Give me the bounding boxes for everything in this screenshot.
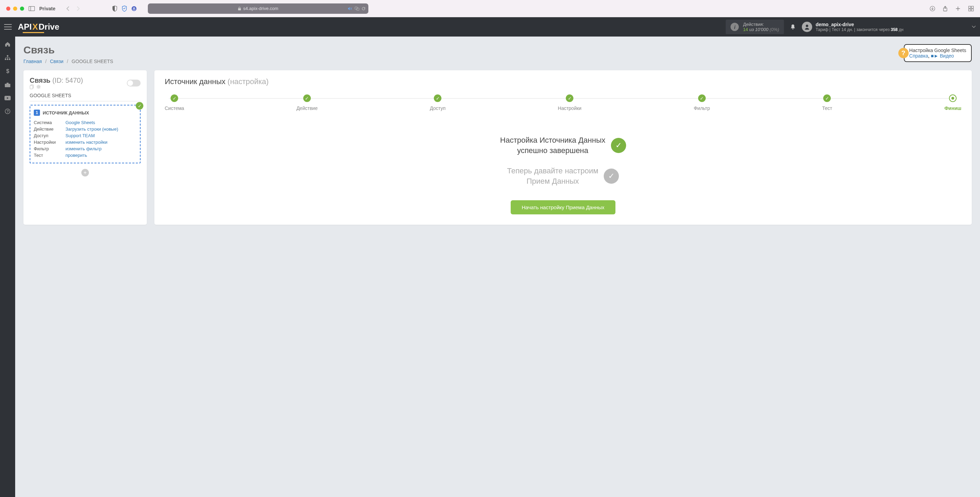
actions-used: 14 — [743, 27, 748, 32]
help-icon[interactable]: ? — [5, 108, 10, 114]
svg-rect-24 — [6, 83, 9, 84]
svg-text:$: $ — [6, 68, 9, 74]
step-filter[interactable]: ✓Фильтр — [694, 94, 710, 111]
mute-icon[interactable] — [348, 6, 353, 11]
badge-number: 1 — [34, 110, 40, 116]
svg-text:?: ? — [6, 109, 9, 113]
left-panel: Связь (ID: 5470) GOOGLE SHEETS ✓ 1 ИС — [24, 70, 147, 225]
chevron-down-icon[interactable] — [972, 25, 976, 28]
lock-icon — [238, 6, 241, 11]
copy-icon[interactable] — [30, 84, 34, 89]
maximize-window-icon[interactable] — [20, 6, 24, 11]
done-line1: Настройка Источника Данных — [500, 135, 605, 145]
svg-rect-13 — [971, 6, 974, 8]
row-val-test[interactable]: проверить — [65, 153, 87, 158]
svg-rect-23 — [5, 84, 10, 87]
actions-pct: (0%) — [768, 27, 779, 32]
step-action[interactable]: ✓Действие — [296, 94, 318, 111]
row-val-action[interactable]: Загрузить строки (новые) — [65, 126, 118, 132]
enable-toggle[interactable] — [127, 80, 141, 86]
tariff-text: Тариф | Тест 14 дн. | закончится через 3… — [816, 27, 904, 32]
private-label: Private — [39, 6, 56, 11]
bell-icon[interactable] — [790, 24, 795, 30]
breadcrumb-current: GOOGLE SHEETS — [72, 59, 113, 64]
logo-x-icon: X — [32, 22, 38, 32]
plus-icon[interactable] — [955, 6, 961, 11]
translate-icon[interactable] — [355, 6, 360, 11]
shield-half-icon[interactable] — [112, 5, 118, 12]
reload-icon[interactable] — [361, 6, 366, 11]
row-key: Система — [34, 120, 61, 125]
username: demo_apix-drive — [816, 22, 904, 27]
back-button[interactable] — [66, 6, 70, 11]
youtube-icon[interactable] — [5, 96, 11, 100]
row-key: Настройки — [34, 140, 61, 145]
step-system[interactable]: ✓Система — [165, 94, 184, 111]
actions-of: из — [748, 27, 755, 32]
video-icon: ■► — [931, 53, 938, 59]
check-circle-icon: ✓ — [611, 138, 626, 153]
row-val-settings[interactable]: изменить настройки — [65, 140, 108, 145]
briefcase-icon[interactable] — [5, 83, 11, 88]
share-icon[interactable] — [943, 6, 948, 11]
svg-rect-12 — [969, 6, 971, 8]
actions-counter[interactable]: i Действия: 14 из 10'000 (0%) — [726, 20, 784, 34]
info-icon: i — [730, 23, 739, 31]
browser-chrome: Private s4.apix-drive.com — [0, 0, 980, 17]
step-test[interactable]: ✓Тест — [822, 94, 832, 111]
shield-check-icon[interactable] — [122, 5, 127, 12]
row-val-filter[interactable]: изменить фильтр — [65, 146, 102, 151]
sidebar-toggle-icon[interactable] — [28, 5, 35, 12]
help-video-link[interactable]: Видео — [940, 53, 954, 59]
menu-button[interactable] — [4, 24, 12, 30]
svg-rect-14 — [969, 9, 971, 11]
minimize-window-icon[interactable] — [13, 6, 17, 11]
hand-icon[interactable] — [131, 5, 137, 12]
add-button[interactable]: + — [81, 169, 89, 177]
breadcrumb-home[interactable]: Главная — [24, 59, 42, 64]
help-box: ? Настройка Google Sheets Справка, ■► Ви… — [904, 44, 972, 62]
question-icon[interactable]: ? — [898, 48, 909, 58]
check-circle-gray-icon: ✓ — [604, 169, 619, 184]
app-header: APIXDrive i Действия: 14 из 10'000 (0%) … — [0, 17, 980, 37]
user-menu[interactable]: demo_apix-drive Тариф | Тест 14 дн. | за… — [802, 22, 904, 32]
actions-label: Действия: — [743, 22, 779, 27]
done-line2: успешно завершена — [500, 145, 605, 156]
logo-drive: Drive — [38, 22, 59, 32]
help-title: Настройка Google Sheets — [909, 48, 966, 53]
row-val-access[interactable]: Support TEAM — [65, 133, 95, 138]
urlbar-right-icons — [348, 6, 366, 11]
home-icon[interactable] — [5, 41, 11, 47]
page-title: Связь — [24, 44, 113, 56]
check-icon: ✓ — [136, 102, 143, 110]
status-done: Настройка Источника Данных успешно завер… — [500, 135, 626, 155]
svg-point-17 — [806, 25, 808, 27]
step-access[interactable]: ✓Доступ — [430, 94, 445, 111]
svg-point-16 — [792, 29, 794, 30]
svg-rect-19 — [5, 59, 6, 60]
svg-rect-15 — [971, 9, 974, 11]
url-text: s4.apix-drive.com — [243, 6, 278, 11]
row-key: Действие — [34, 126, 61, 132]
step-finish[interactable]: Финиш — [945, 94, 961, 111]
dollar-icon[interactable]: $ — [5, 68, 10, 75]
url-bar[interactable]: s4.apix-drive.com — [148, 3, 368, 14]
forward-button[interactable] — [76, 6, 80, 11]
step-settings[interactable]: ✓Настройки — [558, 94, 582, 111]
download-icon[interactable] — [930, 6, 935, 11]
close-window-icon[interactable] — [6, 6, 10, 11]
window-controls — [6, 6, 24, 11]
breadcrumb-links[interactable]: Связи — [50, 59, 64, 64]
data-source-card[interactable]: ✓ 1 ИСТОЧНИК ДАННЫХ СистемаGoogle Sheets… — [30, 105, 141, 163]
tabs-icon[interactable] — [968, 6, 974, 11]
help-ref-link[interactable]: Справка — [909, 53, 928, 59]
svg-rect-18 — [7, 55, 8, 57]
start-receiver-setup-button[interactable]: Начать настройку Приема Данных — [511, 200, 616, 214]
connections-icon[interactable] — [5, 55, 11, 60]
gear-icon[interactable] — [36, 84, 41, 89]
source-table: СистемаGoogle Sheets ДействиеЗагрузить с… — [34, 119, 137, 159]
nav-arrows — [66, 6, 80, 11]
logo[interactable]: APIXDrive — [18, 22, 59, 32]
svg-point-30 — [38, 86, 40, 88]
row-val-system[interactable]: Google Sheets — [65, 120, 95, 125]
